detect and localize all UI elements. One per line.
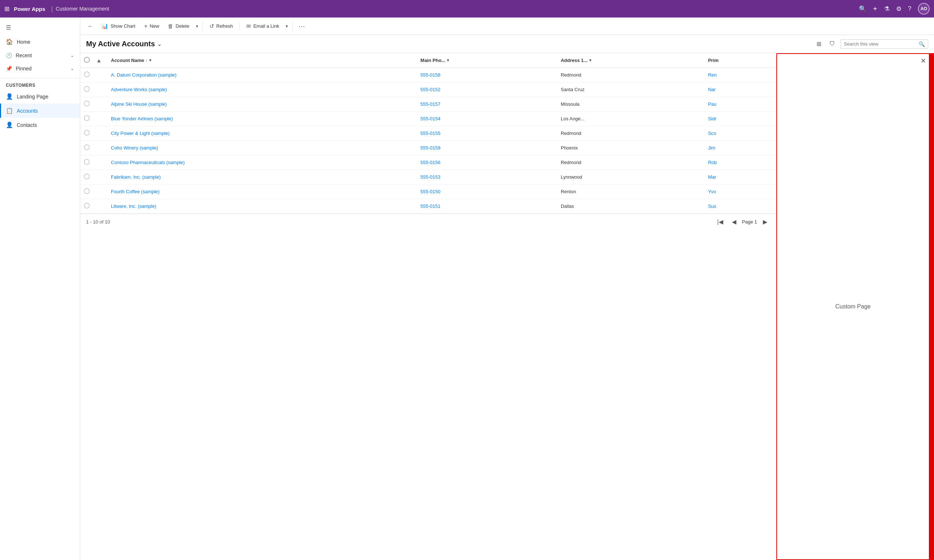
row-checkbox-cell[interactable] xyxy=(80,126,93,141)
row-primary[interactable]: Pau xyxy=(704,97,776,112)
row-phone[interactable]: 555-0154 xyxy=(416,112,556,126)
row-account-name[interactable]: Fabrikam, Inc. (sample) xyxy=(106,170,416,185)
back-button[interactable]: ← xyxy=(85,22,96,31)
row-checkbox[interactable] xyxy=(84,188,90,194)
row-checkbox[interactable] xyxy=(84,203,90,209)
row-primary[interactable]: Ren xyxy=(704,68,776,82)
sidebar-hamburger[interactable]: ☰ xyxy=(0,20,80,35)
row-phone[interactable]: 555-0152 xyxy=(416,82,556,97)
new-label: New xyxy=(150,23,159,29)
next-page-button[interactable]: ▶ xyxy=(760,217,770,227)
toolbar-separator-3 xyxy=(292,22,293,31)
row-account-name[interactable]: Fourth Coffee (sample) xyxy=(106,185,416,199)
filter-advanced-icon[interactable]: ⚗ xyxy=(884,5,889,13)
layout-button[interactable]: ⊞ xyxy=(814,38,824,49)
new-button[interactable]: + New xyxy=(140,21,163,32)
row-checkbox-cell[interactable] xyxy=(80,155,93,170)
sidebar-item-contacts[interactable]: 👤 Contacts xyxy=(0,118,80,132)
col-select-all[interactable] xyxy=(80,53,93,68)
row-account-name[interactable]: A. Datum Corporation (sample) xyxy=(106,68,416,82)
row-phone[interactable]: 555-0153 xyxy=(416,170,556,185)
global-search-icon[interactable]: 🔍 xyxy=(859,5,866,13)
custom-page-panel: ✕ Custom Page xyxy=(777,53,929,560)
row-checkbox[interactable] xyxy=(84,130,90,135)
filter-view-button[interactable]: ⛉ xyxy=(827,39,838,49)
row-primary[interactable]: Sidr xyxy=(704,112,776,126)
row-checkbox[interactable] xyxy=(84,174,90,179)
delete-chevron-button[interactable]: ▾ xyxy=(194,22,200,30)
row-account-name[interactable]: Coho Winery (sample) xyxy=(106,141,416,155)
delete-button[interactable]: 🗑 Delete xyxy=(164,21,193,31)
row-account-name[interactable]: Blue Yonder Airlines (sample) xyxy=(106,112,416,126)
custom-page-close-button[interactable]: ✕ xyxy=(920,57,926,65)
email-link-button[interactable]: ✉ Email a Link xyxy=(243,21,283,32)
row-checkbox-cell[interactable] xyxy=(80,112,93,126)
first-page-button[interactable]: |◀ xyxy=(714,217,726,227)
header-checkbox[interactable] xyxy=(84,57,90,63)
add-icon[interactable]: + xyxy=(873,5,877,13)
row-primary[interactable]: Mar xyxy=(704,170,776,185)
toolbar: ← 📊 Show Chart + New 🗑 Delete ▾ ↺ Refres… xyxy=(80,17,934,35)
sidebar-item-recent[interactable]: 🕐 Recent ⌄ xyxy=(0,49,80,62)
row-primary[interactable]: Rob xyxy=(704,155,776,170)
row-checkbox[interactable] xyxy=(84,86,90,92)
row-phone[interactable]: 555-0150 xyxy=(416,185,556,199)
settings-icon[interactable]: ⚙ xyxy=(896,5,902,13)
row-checkbox-cell[interactable] xyxy=(80,141,93,155)
col-main-phone[interactable]: Main Pho... ▾ xyxy=(416,53,556,68)
row-primary[interactable]: Sus xyxy=(704,199,776,214)
sidebar-item-pinned[interactable]: 📌 Pinned ⌄ xyxy=(0,62,80,75)
col-account-name[interactable]: Account Name ↑ ▾ xyxy=(106,53,416,68)
email-chevron-button[interactable]: ▾ xyxy=(284,22,289,30)
sort-chevron-icon[interactable]: ▾ xyxy=(149,58,151,63)
address-sort-icon[interactable]: ▾ xyxy=(589,58,592,63)
sidebar-item-accounts[interactable]: 📋 Accounts xyxy=(0,103,80,118)
phone-sort-icon[interactable]: ▾ xyxy=(447,58,449,63)
row-primary[interactable]: Yvo xyxy=(704,185,776,199)
row-checkbox-cell[interactable] xyxy=(80,68,93,82)
row-phone[interactable]: 555-0156 xyxy=(416,155,556,170)
waffle-icon[interactable]: ⊞ xyxy=(5,5,9,13)
row-phone[interactable]: 555-0157 xyxy=(416,97,556,112)
view-title-chevron-icon[interactable]: ⌄ xyxy=(157,41,162,47)
table-area: ⟁ Account Name ↑ ▾ xyxy=(80,53,777,560)
hamburger-icon: ☰ xyxy=(6,24,11,31)
row-account-name[interactable]: Litware, Inc. (sample) xyxy=(106,199,416,214)
row-phone[interactable]: 555-0151 xyxy=(416,199,556,214)
help-icon[interactable]: ? xyxy=(908,5,911,12)
row-checkbox-cell[interactable] xyxy=(80,82,93,97)
row-checkbox[interactable] xyxy=(84,115,90,121)
col-address[interactable]: Address 1... ▾ xyxy=(556,53,704,68)
row-checkbox[interactable] xyxy=(84,159,90,165)
row-checkbox-cell[interactable] xyxy=(80,199,93,214)
row-checkbox[interactable] xyxy=(84,145,90,150)
refresh-button[interactable]: ↺ Refresh xyxy=(206,21,237,32)
row-primary[interactable]: Nar xyxy=(704,82,776,97)
avatar[interactable]: AO xyxy=(918,3,929,15)
row-account-name[interactable]: Alpine Ski House (sample) xyxy=(106,97,416,112)
row-checkbox[interactable] xyxy=(84,101,90,106)
row-checkbox-cell[interactable] xyxy=(80,170,93,185)
row-checkbox-cell[interactable] xyxy=(80,97,93,112)
search-icon[interactable]: 🔍 xyxy=(919,41,925,47)
row-phone[interactable]: 555-0159 xyxy=(416,141,556,155)
sidebar-item-landing-page[interactable]: 👤 Landing Page xyxy=(0,89,80,103)
show-chart-button[interactable]: 📊 Show Chart xyxy=(98,21,139,32)
row-address: Redmond xyxy=(556,68,704,82)
more-button[interactable]: ⋯ xyxy=(296,21,308,32)
prev-page-button[interactable]: ◀ xyxy=(729,217,739,227)
search-input[interactable] xyxy=(844,41,919,47)
row-address: Renton xyxy=(556,185,704,199)
row-primary[interactable]: Sco xyxy=(704,126,776,141)
row-account-name[interactable]: Contoso Pharmaceuticals (sample) xyxy=(106,155,416,170)
row-checkbox-cell[interactable] xyxy=(80,185,93,199)
table-row: Fabrikam, Inc. (sample) 555-0153 Lynnwoo… xyxy=(80,170,776,185)
row-account-name[interactable]: City Power & Light (sample) xyxy=(106,126,416,141)
row-phone[interactable]: 555-0158 xyxy=(416,68,556,82)
row-checkbox[interactable] xyxy=(84,71,90,77)
recent-icon: 🕐 xyxy=(6,52,12,58)
row-phone[interactable]: 555-0155 xyxy=(416,126,556,141)
row-account-name[interactable]: Adventure Works (sample) xyxy=(106,82,416,97)
row-primary[interactable]: Jim xyxy=(704,141,776,155)
sidebar-item-home[interactable]: 🏠 Home xyxy=(0,35,80,49)
